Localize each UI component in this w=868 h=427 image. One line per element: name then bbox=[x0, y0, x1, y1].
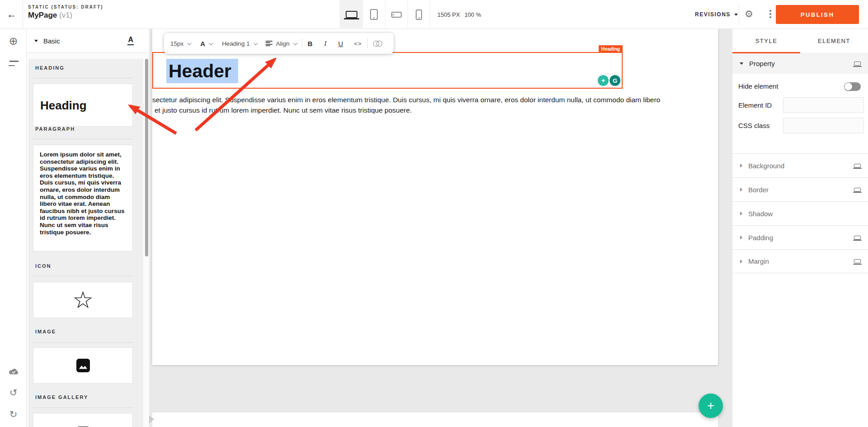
device-desktop-button[interactable] bbox=[340, 0, 362, 29]
link-icon bbox=[373, 41, 382, 46]
collapse-handle-icon[interactable] bbox=[149, 415, 154, 423]
chevron-right-icon bbox=[740, 236, 742, 239]
page-canvas[interactable]: Heading Header + G sectetur adipiscing e… bbox=[152, 29, 718, 365]
bold-button[interactable]: B bbox=[308, 40, 313, 47]
link-button[interactable] bbox=[373, 41, 382, 46]
section-label-image: IMAGE bbox=[35, 329, 56, 334]
redo-button[interactable]: ↻ bbox=[0, 406, 27, 422]
align-dropdown[interactable]: Align bbox=[266, 40, 296, 47]
typography-icon[interactable]: A bbox=[127, 36, 134, 45]
divider bbox=[33, 342, 133, 343]
divider bbox=[33, 78, 133, 78]
chevron-down-icon bbox=[293, 41, 298, 45]
device-preview-switcher bbox=[340, 0, 430, 29]
app-root: ← STATIC (STATUS: DRAFT) MyPage (v1) bbox=[0, 0, 868, 427]
css-class-label: CSS class bbox=[738, 122, 769, 129]
app-status-label: STATIC (STATUS: DRAFT) bbox=[28, 5, 103, 9]
device-scope-icon bbox=[854, 236, 861, 240]
paragraph-element[interactable]: sectetur adipiscing elit. Suspendisse va… bbox=[152, 95, 718, 115]
paragraph-line-1: sectetur adipiscing elit. Suspendisse va… bbox=[152, 95, 718, 105]
heading-text[interactable]: Header bbox=[166, 59, 238, 83]
publish-button[interactable]: PUBLISH bbox=[776, 5, 859, 24]
section-label: Shadow bbox=[748, 210, 773, 218]
undo-button[interactable]: ↺ bbox=[0, 384, 27, 401]
device-scope-icon bbox=[854, 259, 861, 263]
divider bbox=[367, 38, 368, 49]
section-label-icon: ICON bbox=[35, 263, 52, 269]
chevron-right-icon bbox=[740, 212, 742, 215]
align-left-icon bbox=[266, 41, 272, 47]
device-phone-button[interactable] bbox=[408, 0, 430, 29]
tablet-icon bbox=[370, 9, 378, 20]
elements-panel: Basic A HEADING Heading PARAGRAPH Lorem … bbox=[27, 29, 149, 427]
section-label-heading: HEADING bbox=[35, 65, 65, 71]
revisions-dropdown[interactable]: REVISIONS bbox=[695, 0, 738, 29]
page-title: MyPage (v1) bbox=[28, 11, 103, 20]
next-page-strip[interactable] bbox=[152, 413, 718, 427]
section-padding[interactable]: Padding bbox=[732, 225, 868, 249]
undo-icon: ↺ bbox=[9, 387, 18, 398]
style-sections: Background Border Shadow Padding Margin bbox=[732, 153, 868, 273]
star-icon: ☆ bbox=[72, 288, 94, 312]
device-phone-landscape-button[interactable] bbox=[385, 0, 408, 29]
suggestion-bulb-icon[interactable]: + bbox=[598, 75, 609, 86]
group-label: Basic bbox=[43, 37, 60, 45]
phone-icon bbox=[416, 9, 422, 20]
hide-element-toggle[interactable] bbox=[844, 82, 861, 91]
revisions-label: REVISIONS bbox=[695, 11, 731, 18]
section-border[interactable]: Border bbox=[732, 177, 868, 201]
grammarly-icon[interactable]: G bbox=[610, 75, 620, 86]
chevron-right-icon bbox=[740, 188, 742, 191]
element-card-image-gallery[interactable] bbox=[33, 413, 133, 427]
image-gallery-icon bbox=[74, 424, 92, 427]
basic-group-header[interactable]: Basic A bbox=[27, 29, 149, 53]
back-button[interactable]: ← bbox=[4, 6, 20, 23]
tab-style[interactable]: STYLE bbox=[732, 29, 800, 53]
section-background[interactable]: Background bbox=[732, 153, 868, 177]
paragraph-line-2: et justo cursus id rutrum lorem imperdie… bbox=[152, 105, 718, 115]
add-element-fab[interactable]: + bbox=[699, 394, 723, 418]
chevron-right-icon bbox=[740, 164, 742, 167]
code-button[interactable]: <> bbox=[354, 40, 361, 47]
font-size-dropdown[interactable]: 15px bbox=[170, 40, 190, 47]
element-id-input[interactable] bbox=[783, 97, 864, 113]
back-arrow-icon: ← bbox=[7, 9, 17, 20]
chevron-down-icon bbox=[209, 41, 213, 45]
viewport-width-value: 1505 PX bbox=[437, 11, 460, 18]
element-card-icon[interactable]: ☆ bbox=[33, 282, 133, 318]
page-version: (v1) bbox=[59, 11, 72, 19]
inspector-tabs: STYLE ELEMENT bbox=[732, 29, 868, 53]
elements-list: HEADING Heading PARAGRAPH Lorem ipsum do… bbox=[27, 53, 149, 427]
panel-scrollbar[interactable] bbox=[145, 59, 148, 256]
section-margin[interactable]: Margin bbox=[732, 249, 868, 273]
heading-element[interactable]: Header bbox=[166, 59, 238, 83]
paragraph-style-dropdown[interactable]: Heading 1 bbox=[222, 40, 257, 47]
paragraph-preview: Lorem ipsum dolor sit amet, consectetur … bbox=[33, 145, 132, 242]
property-section-title: Property bbox=[749, 60, 775, 67]
element-card-image[interactable] bbox=[33, 347, 133, 384]
more-options-button[interactable] bbox=[766, 10, 774, 19]
css-class-input[interactable] bbox=[783, 118, 864, 133]
device-scope-icon bbox=[854, 62, 861, 66]
element-card-paragraph[interactable]: Lorem ipsum dolor sit amet, consectetur … bbox=[33, 145, 133, 251]
underline-button[interactable]: U bbox=[338, 40, 343, 47]
section-shadow[interactable]: Shadow bbox=[732, 201, 868, 225]
element-card-heading[interactable]: Heading bbox=[33, 84, 133, 127]
paragraph-style-value: Heading 1 bbox=[222, 40, 250, 47]
layers-button[interactable] bbox=[0, 55, 27, 71]
text-color-icon: A bbox=[200, 40, 205, 47]
viewport-info: 1505 PX 100 % bbox=[437, 0, 481, 29]
element-id-row: Element ID bbox=[732, 97, 868, 113]
device-tablet-button[interactable] bbox=[362, 0, 385, 29]
add-page-button[interactable]: ⊕ bbox=[0, 33, 27, 49]
left-rail: ⊕ ↺ ↻ bbox=[0, 29, 27, 427]
property-section-header[interactable]: Property bbox=[732, 53, 868, 74]
section-label: Padding bbox=[748, 234, 773, 242]
lines-icon bbox=[9, 61, 19, 66]
text-color-dropdown[interactable]: A bbox=[200, 40, 212, 47]
plus-icon: + bbox=[707, 399, 714, 413]
italic-button[interactable]: I bbox=[324, 40, 327, 47]
divider bbox=[33, 276, 133, 276]
settings-button[interactable]: ⚙ bbox=[745, 9, 753, 19]
tab-element[interactable]: ELEMENT bbox=[800, 29, 868, 53]
